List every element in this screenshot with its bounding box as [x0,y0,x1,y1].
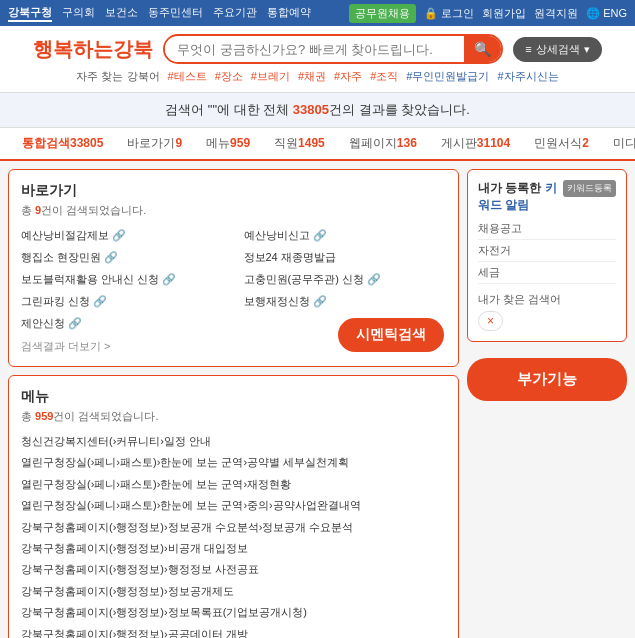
tag-waste[interactable]: #브레기 [251,69,290,84]
keyword-item-tax: 세금 [478,262,616,284]
shortcut-item[interactable]: 예산낭비절감제보 🔗 [21,226,224,245]
keyword-item-recruitment: 채용공고 [478,218,616,240]
top-nav-right: 공무원채용 🔒 로그인 회원가입 원격지원 🌐 ENG [349,4,627,23]
keyword-item-bike: 자전거 [478,240,616,262]
menu-item[interactable]: 열린구청장실(›페니›패스토)›한눈에 보는 군역›공약별 세부실천계획 [21,453,446,472]
menu-item[interactable]: 열린구청장실(›페니›패스토)›한눈에 보는 군역›재정현황 [21,475,446,494]
menu-item[interactable]: 강북구청홈페이지(›행정정보)›공공데이터 개방 [21,625,446,638]
menu-item[interactable]: 강북구청홈페이지(›행정정보)›정보목록표(기업보공개시청) [21,603,446,622]
menu-item[interactable]: 청신건강복지센터(›커뮤니티›일정 안내 [21,432,446,451]
left-panel: 바로가기 총 9건이 검색되었습니다. 예산낭비절감제보 🔗 예산낭비신고 🔗 … [8,169,459,638]
menu-num: 959 [35,410,53,422]
shortcut-grid: 예산낭비절감제보 🔗 예산낭비신고 🔗 행집소 현장민원 🔗 정보24 재종명발… [21,226,446,333]
nav-item-major[interactable]: 주요기관 [213,5,257,22]
result-count: 33805 [293,102,329,117]
tag-kiosk[interactable]: #무인민원발급기 [406,69,489,84]
tag-test[interactable]: #테스트 [168,69,207,84]
search-input[interactable] [165,37,464,62]
keyword-box: 내가 등록한 키워드 알림 키워드등록 채용공고 자전거 세금 내가 찾은 검색… [467,169,627,342]
menu-item[interactable]: 강북구청홈페이지(›행정정보)›정보공개 수요분석›정보공개 수요분석 [21,518,446,537]
semantic-search-button[interactable]: 시멘틱검색 [338,318,444,352]
menu-icon: ≡ [525,43,531,55]
right-panel: 내가 등록한 키워드 알림 키워드등록 채용공고 자전거 세금 내가 찾은 검색… [467,169,627,638]
tag-place[interactable]: #장소 [215,69,243,84]
menu-list: 청신건강복지센터(›커뮤니티›일정 안내 열린구청장실(›페니›패스토)›한눈에… [21,432,446,638]
tab-integrated[interactable]: 통합검색33805 [10,128,115,161]
header-top: 행복하는강북 🔍 ≡ 상세검색 ▾ [20,34,615,64]
signup-link[interactable]: 회원가입 [482,6,526,21]
keyword-box-title: 내가 등록한 키워드 알림 [478,180,563,214]
tab-staff[interactable]: 직원1495 [262,128,337,161]
result-summary-bar: 검색어 ""에 대한 전체 33805건의 결과를 찾았습니다. [0,92,635,128]
menu-item[interactable]: 강북구청홈페이지(›행정정보)›행정정보 사전공표 [21,560,446,579]
found-keyword-title: 내가 찾은 검색어 [478,292,616,307]
barokagi-num: 9 [35,204,41,216]
shortcut-item[interactable]: 행집소 현장민원 🔗 [21,248,224,267]
barokagi-section: 바로가기 총 9건이 검색되었습니다. 예산낭비절감제보 🔗 예산낭비신고 🔗 … [8,169,459,367]
nav-item-reservation[interactable]: 통합예약 [267,5,311,22]
tag-bond[interactable]: #채권 [298,69,326,84]
freq-label: 자주 찾는 강북어 [76,69,159,84]
shortcut-item[interactable]: 보행재정신청 🔗 [244,292,447,311]
tab-menu[interactable]: 메뉴959 [194,128,262,161]
site-logo: 행복하는강북 [33,36,153,63]
nav-item-health[interactable]: 보건소 [105,5,138,22]
tab-civil[interactable]: 민원서식2 [522,128,601,161]
menu-item[interactable]: 열린구청장실(›페니›패스토)›한눈에 보는 군역›중의›공약사업완결내역 [21,496,446,515]
search-bar: 🔍 [163,34,503,64]
job-button[interactable]: 공무원채용 [349,4,416,23]
chevron-down-icon: ▾ [584,43,590,56]
tag-frequent[interactable]: #자주 [334,69,362,84]
tab-media[interactable]: 미디어5 [601,128,635,161]
barokagi-more-link[interactable]: 검색결과 더보기 > [21,339,111,354]
barokagi-count: 총 9건이 검색되었습니다. [21,203,446,218]
shortcut-item[interactable]: 그린파킹 신청 🔗 [21,292,224,311]
keyword-title-blue: 키워드 알림 [478,181,557,212]
add-feature-button[interactable]: 부가기능 [467,358,627,401]
login-link[interactable]: 🔒 로그인 [424,6,474,21]
shortcut-item[interactable]: 예산낭비신고 🔗 [244,226,447,245]
menu-count: 총 959건이 검색되었습니다. [21,409,446,424]
menu-title: 메뉴 [21,388,446,406]
tab-shortcut[interactable]: 바로가기9 [115,128,194,161]
site-header: 행복하는강북 🔍 ≡ 상세검색 ▾ 자주 찾는 강북어 #테스트 #장소 #브레… [0,26,635,92]
header-tags: 자주 찾는 강북어 #테스트 #장소 #브레기 #채권 #자주 #조직 #무인민… [76,69,558,84]
found-tag-x[interactable]: × [487,314,494,328]
shortcut-item[interactable]: 고충민원(공무주관) 신청 🔗 [244,270,447,289]
menu-item[interactable]: 강북구청홈페이지(›행정정보)›정보공개제도 [21,582,446,601]
menu-section: 메뉴 총 959건이 검색되었습니다. 청신건강복지센터(›커뮤니티›일정 안내… [8,375,459,638]
tab-webpage[interactable]: 웹페이지136 [337,128,429,161]
tag-org[interactable]: #조직 [370,69,398,84]
tag-freq2[interactable]: #자주시신는 [497,69,558,84]
shortcut-item[interactable]: 정보24 재종명발급 [244,248,447,267]
menu-item[interactable]: 강북구청홈페이지(›행정정보)›비공개 대입정보 [21,539,446,558]
top-nav-left: 강북구청 구의회 보건소 동주민센터 주요기관 통합예약 [8,5,311,22]
keyword-register-button[interactable]: 키워드등록 [563,180,616,197]
nav-item-council[interactable]: 구의회 [62,5,95,22]
eng-link[interactable]: 🌐 ENG [586,7,627,20]
found-keyword-tag: × [478,311,503,331]
tab-bar: 통합검색33805 바로가기9 메뉴959 직원1495 웹페이지136 게시판… [0,128,635,161]
detail-search-button[interactable]: ≡ 상세검색 ▾ [513,37,601,62]
shortcut-item[interactable]: 보도블럭재활용 안내신 신청 🔗 [21,270,224,289]
main-content: 바로가기 총 9건이 검색되었습니다. 예산낭비절감제보 🔗 예산낭비신고 🔗 … [0,161,635,638]
top-navigation: 강북구청 구의회 보건소 동주민센터 주요기관 통합예약 공무원채용 🔒 로그인… [0,0,635,26]
search-button[interactable]: 🔍 [464,36,501,62]
shortcut-item[interactable]: 제안신청 🔗 [21,314,224,333]
nav-item-gangbuk[interactable]: 강북구청 [8,5,52,22]
nav-item-community[interactable]: 동주민센터 [148,5,203,22]
tab-board[interactable]: 게시판31104 [429,128,522,161]
barokagi-title: 바로가기 [21,182,446,200]
remote-link[interactable]: 원격지원 [534,6,578,21]
